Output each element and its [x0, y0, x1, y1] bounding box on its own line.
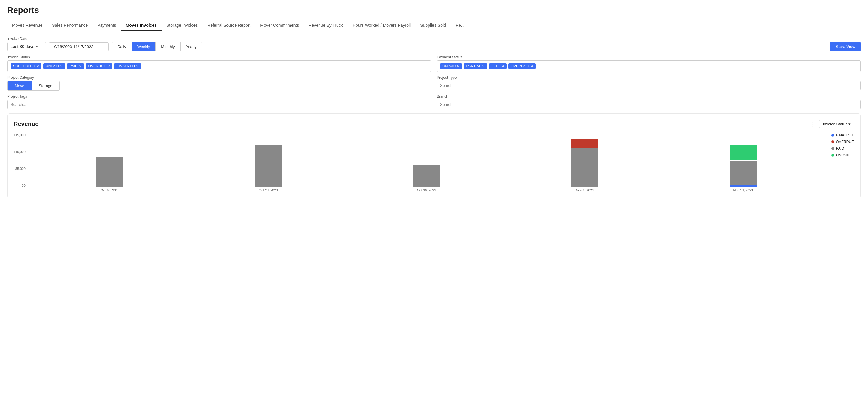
chart-title: Revenue [13, 120, 38, 127]
bar-date-label: Oct 16, 2023 [37, 189, 183, 192]
legend-dot-finalized [831, 134, 834, 137]
payment-status-tag-overpaid[interactable]: OVERPAID ✕ [508, 63, 535, 69]
remove-icon[interactable]: ✕ [482, 64, 485, 68]
branch-label: Branch [437, 94, 861, 98]
tab-supplies-sold[interactable]: Supplies Sold [415, 20, 451, 31]
bottom-labels: Oct 16, 2023Oct 23, 2023Oct 30, 2023Nov … [34, 187, 819, 192]
remove-icon[interactable]: ✕ [107, 64, 110, 68]
legend-dot-overdue [831, 140, 834, 143]
invoice-status-tag-scheduled[interactable]: SCHEDULED ✕ [10, 63, 41, 69]
y-axis-label: $5,000 [13, 167, 26, 170]
remove-icon[interactable]: ✕ [457, 64, 460, 68]
payment-status-field[interactable]: UNPAID ✕PARTIAL ✕FULL ✕OVERPAID ✕ [437, 60, 861, 72]
invoice-date-label: Invoice Date [7, 37, 109, 41]
invoice-status-label: Invoice Status [7, 55, 431, 59]
bars-row [34, 133, 819, 187]
bar-group [512, 133, 658, 187]
bar-group [353, 133, 500, 187]
y-axis-label: $10,000 [13, 150, 26, 153]
tab-moves-revenue[interactable]: Moves Revenue [7, 20, 47, 31]
invoice-status-tag-finalized[interactable]: FINALIZED ✕ [114, 63, 141, 69]
tab-moves-invoices[interactable]: Moves Invoices [121, 20, 162, 31]
chart-legend: FINALIZEDOVERDUEPAIDUNPAID [825, 133, 855, 157]
payment-status-tag-unpaid[interactable]: UNPAID ✕ [440, 63, 462, 69]
bar-segment-finalized [730, 185, 756, 187]
period-btn-daily[interactable]: Daily [112, 42, 132, 51]
chart-area: $15,000$10,000$5,000$0 Oct 16, 2023Oct 2… [13, 133, 855, 192]
invoice-date-row: Invoice Date Last 30 days ▾ DailyWeeklyM… [7, 36, 861, 51]
invoice-status-tag-overdue[interactable]: OVERDUE ✕ [86, 63, 112, 69]
tab-revenue-by-truck[interactable]: Revenue By Truck [304, 20, 347, 31]
tab-storage-invoices[interactable]: Storage Invoices [162, 20, 203, 31]
legend-label-finalized: FINALIZED [836, 133, 855, 137]
period-btn-yearly[interactable]: Yearly [181, 42, 202, 51]
bar-group [195, 133, 341, 187]
date-preset-dropdown[interactable]: Last 30 days ▾ [7, 42, 46, 51]
bar-date-label: Oct 30, 2023 [353, 189, 500, 192]
branch-input[interactable] [437, 100, 861, 109]
invoice-status-tag-unpaid[interactable]: UNPAID ✕ [43, 63, 65, 69]
project-row: Project Category MoveStorage Project Typ… [7, 76, 861, 91]
project-category-buttons: MoveStorage [7, 81, 60, 91]
remove-icon[interactable]: ✕ [530, 64, 533, 68]
status-row: Invoice Status SCHEDULED ✕UNPAID ✕PAID ✕… [7, 55, 861, 72]
project-type-label: Project Type [437, 76, 861, 80]
save-view-button[interactable]: Save View [830, 42, 861, 51]
tab-sales-performance[interactable]: Sales Performance [47, 20, 93, 31]
bar-date-label: Nov 6, 2023 [512, 189, 658, 192]
tabs-bar: Moves RevenueSales PerformancePaymentsMo… [7, 20, 861, 31]
period-btn-monthly[interactable]: Monthly [156, 42, 181, 51]
chart-invoice-status-dropdown[interactable]: Invoice Status ▾ [819, 120, 855, 128]
project-cat-btn-storage[interactable]: Storage [32, 81, 60, 90]
bar-stack [255, 145, 282, 187]
bar-segment-paid [571, 148, 598, 187]
legend-label-overdue: OVERDUE [836, 140, 854, 144]
remove-icon[interactable]: ✕ [79, 64, 82, 68]
payment-status-tag-full[interactable]: FULL ✕ [489, 63, 506, 69]
tab-mover-commitments[interactable]: Mover Commitments [255, 20, 304, 31]
payment-status-group: Payment Status UNPAID ✕PARTIAL ✕FULL ✕OV… [437, 55, 861, 72]
invoice-status-group: Invoice Status SCHEDULED ✕UNPAID ✕PAID ✕… [7, 55, 431, 72]
date-preset-value: Last 30 days [10, 44, 34, 49]
y-axis-label: $0 [13, 184, 26, 187]
legend-item-overdue: OVERDUE [831, 140, 855, 144]
bar-stack [571, 139, 598, 187]
project-tags-input[interactable] [7, 100, 431, 109]
invoice-status-tag-paid[interactable]: PAID ✕ [67, 63, 84, 69]
bar-segment-overdue [571, 139, 598, 148]
chart-more-icon[interactable]: ⋮ [809, 120, 815, 128]
bar-date-label: Nov 13, 2023 [670, 189, 816, 192]
remove-icon[interactable]: ✕ [502, 64, 504, 68]
period-btn-weekly[interactable]: Weekly [132, 42, 156, 51]
project-tags-group: Project Tags [7, 94, 431, 109]
chart-header: Revenue ⋮ Invoice Status ▾ [13, 120, 855, 128]
y-axis: $15,000$10,000$5,000$0 [13, 133, 28, 187]
payment-status-tag-partial[interactable]: PARTIAL ✕ [464, 63, 487, 69]
date-range-input[interactable] [49, 42, 109, 51]
bar-date-label: Oct 23, 2023 [195, 189, 341, 192]
remove-icon[interactable]: ✕ [60, 64, 63, 68]
tab-hours-worked[interactable]: Hours Worked / Movers Payroll [348, 20, 415, 31]
page-title: Reports [7, 5, 861, 15]
bar-stack [413, 165, 440, 187]
tab-referral-source-report[interactable]: Referral Source Report [203, 20, 255, 31]
page-container: Reports Moves RevenueSales PerformancePa… [0, 0, 868, 204]
remove-icon[interactable]: ✕ [136, 64, 139, 68]
chart-section: Revenue ⋮ Invoice Status ▾ $15,000$10,00… [7, 113, 861, 198]
tags-branch-row: Project Tags Branch [7, 94, 861, 109]
legend-dot-paid [831, 147, 834, 150]
legend-item-finalized: FINALIZED [831, 133, 855, 137]
filters-section: Invoice Date Last 30 days ▾ DailyWeeklyM… [7, 36, 861, 109]
project-cat-btn-move[interactable]: Move [7, 81, 32, 90]
tab-re[interactable]: Re... [451, 20, 469, 31]
y-axis-label: $15,000 [13, 133, 26, 137]
chevron-down-icon: ▾ [36, 45, 37, 49]
invoice-status-field[interactable]: SCHEDULED ✕UNPAID ✕PAID ✕OVERDUE ✕FINALI… [7, 60, 431, 72]
project-type-input[interactable] [437, 81, 861, 90]
invoice-date-group: Invoice Date Last 30 days ▾ [7, 37, 109, 51]
project-tags-label: Project Tags [7, 94, 431, 98]
remove-icon[interactable]: ✕ [36, 64, 39, 68]
tab-payments[interactable]: Payments [93, 20, 121, 31]
bar-stack [96, 157, 123, 187]
bar-group [37, 133, 183, 187]
